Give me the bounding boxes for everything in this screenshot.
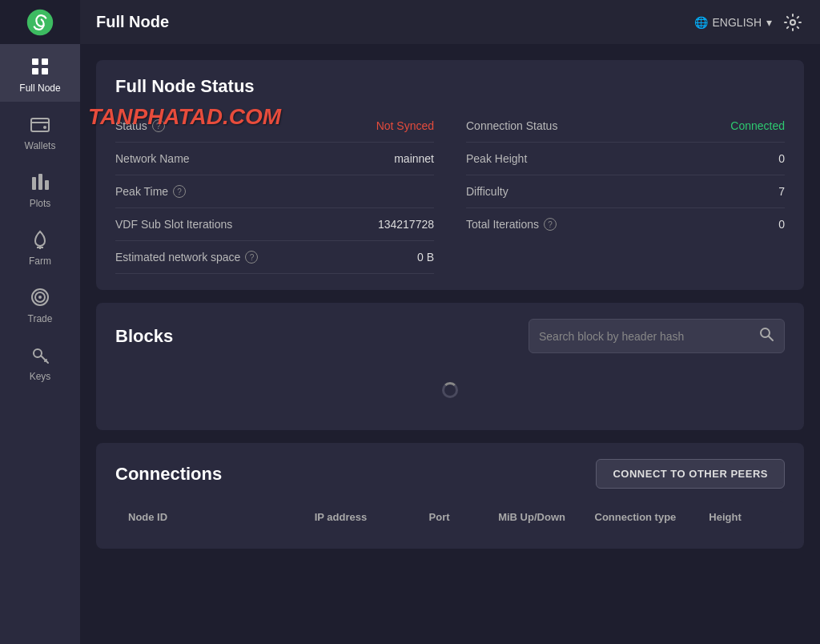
table-header-node-id: Node ID xyxy=(128,511,308,523)
connections-header: Connections CONNECT TO OTHER PEERS xyxy=(115,459,785,489)
status-value-difficulty: 7 xyxy=(778,185,785,198)
help-icon-peak-time[interactable]: ? xyxy=(173,185,186,198)
wallets-icon xyxy=(29,113,51,135)
sidebar: Full Node Wallets Plots xyxy=(0,0,80,644)
status-value-network: mainnet xyxy=(394,152,434,165)
svg-rect-9 xyxy=(45,180,49,190)
status-value-total-iterations: 0 xyxy=(778,218,785,231)
connect-to-peers-button[interactable]: CONNECT TO OTHER PEERS xyxy=(596,459,785,489)
status-row-difficulty: Difficulty 7 xyxy=(466,175,785,208)
table-header-height: Height xyxy=(709,511,772,523)
full-node-icon xyxy=(29,55,51,78)
topbar: Full Node 🌐 ENGLISH ▾ xyxy=(80,0,820,44)
connections-card: Connections CONNECT TO OTHER PEERS Node … xyxy=(96,443,804,549)
sidebar-item-label: Full Node xyxy=(19,83,60,94)
svg-rect-5 xyxy=(31,119,49,131)
sidebar-item-trade[interactable]: Trade xyxy=(0,275,80,332)
svg-rect-4 xyxy=(42,68,48,74)
status-grid: Status ? Not Synced Network Name mainnet… xyxy=(115,110,785,274)
connections-table: Node ID IP address Port MiB Up/Down Conn… xyxy=(115,501,785,533)
sidebar-item-plots[interactable]: Plots xyxy=(0,159,80,217)
content: TANPHATAD.COM Full Node Status Status ? … xyxy=(80,44,820,644)
svg-rect-2 xyxy=(42,58,48,65)
sidebar-item-label: Farm xyxy=(29,256,51,267)
farm-icon xyxy=(29,228,51,251)
svg-point-6 xyxy=(43,126,46,129)
status-value-network-space: 0 B xyxy=(417,251,434,264)
search-box xyxy=(529,319,785,353)
blocks-card: Blocks xyxy=(96,303,804,430)
main-area: Full Node 🌐 ENGLISH ▾ TANPHATAD.COM Full… xyxy=(80,0,820,644)
loading-spinner xyxy=(442,382,458,398)
status-label-network: Network Name xyxy=(115,152,190,165)
status-label-connection: Connection Status xyxy=(466,119,557,132)
sidebar-item-farm[interactable]: Farm xyxy=(0,217,80,275)
language-label: ENGLISH xyxy=(713,16,762,29)
svg-point-14 xyxy=(38,296,42,299)
topbar-right: 🌐 ENGLISH ▾ xyxy=(694,11,804,34)
keys-icon xyxy=(29,344,51,366)
loading-area xyxy=(115,366,785,414)
status-label-total-iterations: Total Iterations ? xyxy=(466,218,557,231)
status-label-difficulty: Difficulty xyxy=(466,185,508,198)
status-value-status: Not Synced xyxy=(376,119,434,132)
svg-rect-8 xyxy=(38,174,42,190)
status-right-column: Connection Status Connected Peak Height … xyxy=(466,110,785,274)
sidebar-item-keys[interactable]: Keys xyxy=(0,332,80,390)
status-label-network-space: Estimated network space ? xyxy=(115,251,258,264)
status-label-status: Status ? xyxy=(115,119,165,132)
settings-button[interactable] xyxy=(782,11,804,34)
sidebar-item-label: Plots xyxy=(30,198,51,209)
help-icon-network-space[interactable]: ? xyxy=(245,251,258,264)
table-header-mib: MiB Up/Down xyxy=(498,511,588,523)
status-value-connection: Connected xyxy=(730,119,785,132)
status-row-network-space: Estimated network space ? 0 B xyxy=(115,241,434,274)
sidebar-item-label: Trade xyxy=(28,313,53,324)
language-selector[interactable]: 🌐 ENGLISH ▾ xyxy=(694,16,772,29)
status-row-connection: Connection Status Connected xyxy=(466,110,785,143)
sidebar-logo xyxy=(0,0,80,44)
svg-rect-3 xyxy=(32,68,38,74)
status-row-network: Network Name mainnet xyxy=(115,143,434,175)
svg-rect-1 xyxy=(32,58,38,65)
blocks-title: Blocks xyxy=(115,326,173,347)
chia-logo xyxy=(26,8,54,37)
status-value-vdf: 134217728 xyxy=(378,218,434,231)
connections-title: Connections xyxy=(115,464,222,485)
status-row-peak-height: Peak Height 0 xyxy=(466,143,785,175)
help-icon-total-iterations[interactable]: ? xyxy=(544,218,557,231)
svg-point-16 xyxy=(790,20,795,25)
search-input[interactable] xyxy=(539,330,752,343)
chevron-down-icon: ▾ xyxy=(766,16,772,29)
status-row-total-iterations: Total Iterations ? 0 xyxy=(466,208,785,240)
table-header-conn-type: Connection type xyxy=(595,511,703,523)
sidebar-item-full-node[interactable]: Full Node xyxy=(0,44,80,102)
page-title: Full Node xyxy=(96,13,169,31)
status-label-peak-time: Peak Time ? xyxy=(115,185,186,198)
translate-icon: 🌐 xyxy=(694,16,708,29)
sidebar-item-label: Wallets xyxy=(25,140,56,151)
status-left-column: Status ? Not Synced Network Name mainnet… xyxy=(115,110,434,274)
status-label-peak-height: Peak Height xyxy=(466,152,527,165)
status-row-peak-time: Peak Time ? xyxy=(115,175,434,208)
chia-logo-icon xyxy=(26,8,54,37)
svg-point-0 xyxy=(27,9,53,34)
svg-rect-7 xyxy=(32,177,36,190)
full-node-status-card: Full Node Status Status ? Not Synced Net… xyxy=(96,60,804,290)
status-value-peak-height: 0 xyxy=(778,152,785,165)
status-label-vdf: VDF Sub Slot Iterations xyxy=(115,218,232,231)
status-row-vdf: VDF Sub Slot Iterations 134217728 xyxy=(115,208,434,241)
full-node-status-title: Full Node Status xyxy=(115,76,785,97)
table-header: Node ID IP address Port MiB Up/Down Conn… xyxy=(115,501,785,533)
plots-icon xyxy=(29,171,51,193)
sidebar-item-label: Keys xyxy=(30,371,51,382)
table-header-port: Port xyxy=(429,511,492,523)
search-button[interactable] xyxy=(758,326,774,346)
help-icon-status[interactable]: ? xyxy=(152,119,165,132)
table-header-ip: IP address xyxy=(315,511,423,523)
status-row-status: Status ? Not Synced xyxy=(115,110,434,143)
trade-icon xyxy=(29,286,51,308)
sidebar-item-wallets[interactable]: Wallets xyxy=(0,102,80,159)
blocks-header: Blocks xyxy=(115,319,785,353)
